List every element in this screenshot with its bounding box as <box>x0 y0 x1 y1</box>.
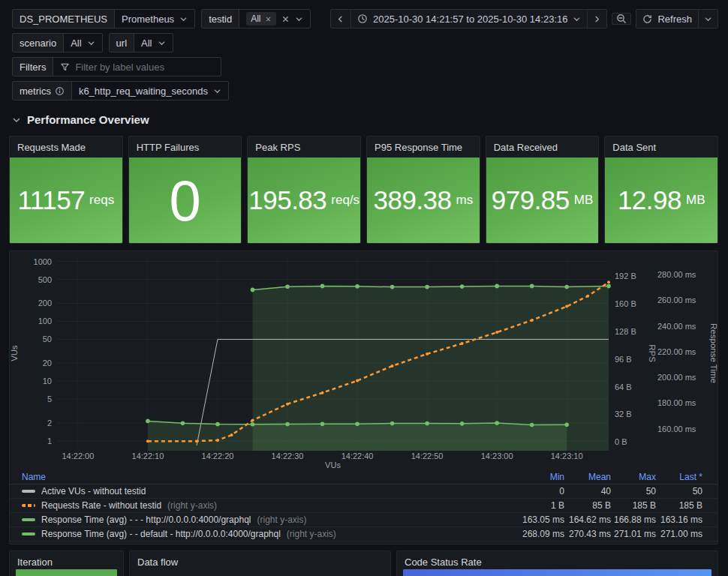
metrics-picker[interactable]: k6_http_req_waiting_seconds <box>72 82 228 100</box>
var-scenario: scenario All <box>12 33 103 52</box>
time-range-picker[interactable]: 2025-10-30 14:21:57 to 2025-10-30 14:23:… <box>350 10 588 28</box>
testid-chip[interactable]: All <box>246 12 275 26</box>
series-swatch <box>22 532 35 536</box>
legend-col-last[interactable]: Last * <box>656 472 702 482</box>
svg-text:100: 100 <box>38 316 52 326</box>
stat-value: 195.83 <box>248 185 326 215</box>
zoom-out-button[interactable] <box>612 13 631 25</box>
stat-unit: ms <box>456 193 474 208</box>
refresh-interval-button[interactable] <box>698 10 717 28</box>
svg-text:Response Time: Response Time <box>709 323 717 383</box>
svg-text:220.00 ms: 220.00 ms <box>657 347 696 356</box>
chevron-down-icon <box>295 15 303 23</box>
series-axis-note: (right y-axis) <box>287 529 336 539</box>
scenario-picker[interactable]: All <box>64 34 101 52</box>
legend-mean: 164.62 ms <box>564 514 611 525</box>
filters-row: Filters <box>12 57 221 76</box>
legend-row-requests-rate[interactable]: Requests Rate - without testid (right y-… <box>10 499 717 513</box>
time-forward-button[interactable] <box>587 10 606 28</box>
filters-input[interactable] <box>75 62 214 73</box>
datasource-picker[interactable]: Prometheus <box>115 10 194 28</box>
svg-text:160 B: 160 B <box>615 299 636 308</box>
legend-col-max[interactable]: Max <box>611 472 656 482</box>
series-axis-note: (right y-axis) <box>257 514 306 525</box>
svg-text:50: 50 <box>43 334 52 344</box>
svg-text:20: 20 <box>43 358 52 368</box>
svg-text:280.00 ms: 280.00 ms <box>657 270 696 279</box>
legend-row-response-time-1[interactable]: Response Time (avg) - - - http://0.0.0.0… <box>10 513 717 527</box>
svg-text:2: 2 <box>47 418 52 428</box>
code-status-rate-bar <box>403 569 711 576</box>
svg-text:128 B: 128 B <box>615 327 636 336</box>
legend-max: 166.88 ms <box>611 514 656 525</box>
svg-text:14:22:40: 14:22:40 <box>341 452 374 460</box>
var-url: url All <box>109 33 173 52</box>
legend-row-response-time-2[interactable]: Response Time (avg) - - default - http:/… <box>10 527 717 542</box>
legend-col-name[interactable]: Name <box>22 472 518 482</box>
refresh-group: Refresh <box>636 9 718 28</box>
svg-text:14:22:50: 14:22:50 <box>411 452 444 460</box>
timeseries-chart[interactable]: 1000500200100502010521192 B160 B128 B96 … <box>10 251 717 470</box>
panel-title[interactable]: Data Sent <box>605 136 717 158</box>
data-flow-panel: Data flow <box>129 550 391 576</box>
stat-body: 11157 reqs <box>10 158 122 243</box>
legend-last: 50 <box>656 486 702 496</box>
svg-text:32 B: 32 B <box>615 410 632 418</box>
stat-unit: MB <box>574 193 594 208</box>
svg-text:64 B: 64 B <box>615 382 632 392</box>
time-picker-group: 2025-10-30 14:21:57 to 2025-10-30 14:23:… <box>330 9 608 28</box>
chevron-down-icon <box>12 116 21 124</box>
section-title: Performance Overview <box>27 113 149 126</box>
stat-panel-http-failures: HTTP Failures 0 <box>128 136 242 244</box>
iteration-panel: Iteration <box>9 550 124 576</box>
legend-row-active-vus[interactable]: Active VUs - without testid 0 40 50 50 <box>10 484 717 499</box>
stat-unit: MB <box>686 193 705 208</box>
scenario-label: scenario <box>13 34 64 52</box>
info-icon[interactable] <box>55 86 65 96</box>
svg-text:1: 1 <box>47 436 52 446</box>
filters-label: Filters <box>13 58 53 76</box>
metrics-row: metrics k6_http_req_waiting_seconds <box>12 81 229 100</box>
series-axis-note: (right y-axis) <box>167 500 217 511</box>
panel-title[interactable]: Data flow <box>130 551 390 572</box>
stat-value: 979.85 <box>492 185 570 215</box>
chevron-down-icon <box>179 15 188 23</box>
refresh-button[interactable]: Refresh <box>636 10 698 28</box>
series-swatch <box>22 518 35 521</box>
stat-panel-data-received: Data Received 979.85 MB <box>486 136 600 244</box>
legend-mean: 40 <box>564 486 611 496</box>
url-picker[interactable]: All <box>134 34 172 52</box>
svg-text:200: 200 <box>38 298 52 308</box>
testid-picker[interactable]: All <box>239 10 309 28</box>
close-icon[interactable] <box>265 16 272 22</box>
panel-title[interactable]: P95 Response Time <box>367 136 480 158</box>
panel-title[interactable]: Peak RPS <box>248 136 360 158</box>
var-testid: testid All <box>201 9 310 28</box>
clear-all-icon[interactable] <box>281 15 290 23</box>
legend-min: 1 B <box>518 500 564 511</box>
svg-text:260.00 ms: 260.00 ms <box>657 296 696 304</box>
svg-text:14:22:20: 14:22:20 <box>202 452 234 460</box>
adhoc-filters: Filters <box>12 57 221 76</box>
panel-title[interactable]: Requests Made <box>10 136 122 158</box>
svg-text:10: 10 <box>43 376 52 386</box>
series-name: Active VUs - without testid <box>41 486 146 496</box>
chevron-down-icon <box>573 15 581 23</box>
panel-title[interactable]: Data Received <box>486 136 599 158</box>
time-back-button[interactable] <box>331 10 350 28</box>
filters-input-wrap <box>53 58 221 76</box>
stat-body: 195.83 req/s <box>248 158 360 243</box>
url-value: All <box>141 38 152 49</box>
metrics-label: metrics <box>13 82 72 100</box>
chevron-down-icon <box>704 15 712 23</box>
stat-unit: req/s <box>331 193 359 208</box>
legend-col-min[interactable]: Min <box>518 472 564 482</box>
svg-text:1000: 1000 <box>34 257 52 266</box>
svg-text:96 B: 96 B <box>615 355 632 364</box>
legend-last: 271.00 ms <box>656 529 702 539</box>
legend-col-mean[interactable]: Mean <box>564 472 611 482</box>
panel-title[interactable]: HTTP Failures <box>129 136 242 158</box>
stat-panel-peak-rps: Peak RPS 195.83 req/s <box>247 136 361 244</box>
svg-text:VUs: VUs <box>325 460 341 470</box>
section-performance-overview[interactable]: Performance Overview <box>12 113 149 126</box>
